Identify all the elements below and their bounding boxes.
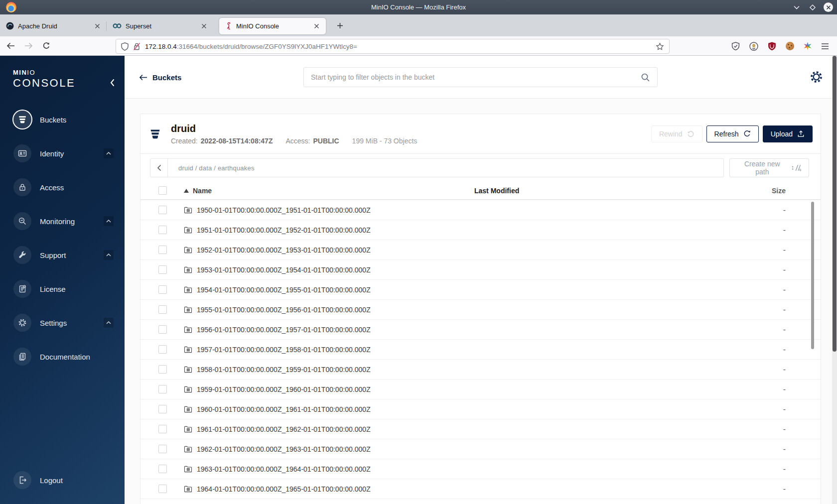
object-row[interactable]: 1956-01-01T00:00:00.000Z_1957-01-01T00:0… [140, 319, 821, 339]
object-row[interactable]: 1960-01-01T00:00:00.000Z_1961-01-01T00:0… [140, 399, 821, 419]
sidebar-item-support[interactable]: Support [0, 238, 125, 272]
window-minimize-button[interactable] [792, 2, 802, 12]
object-name[interactable]: 1961-01-01T00:00:00.000Z_1962-01-01T00:0… [197, 425, 371, 433]
select-all-checkbox[interactable] [158, 186, 167, 195]
object-filter-input[interactable] [311, 73, 641, 81]
object-row[interactable]: 1963-01-01T00:00:00.000Z_1964-01-01T00:0… [140, 459, 821, 479]
breadcrumb[interactable]: druid / data / earthquakes [168, 159, 255, 177]
refresh-button[interactable]: Refresh [706, 126, 759, 142]
row-checkbox[interactable] [158, 365, 167, 374]
object-row[interactable]: 1952-01-01T00:00:00.000Z_1953-01-01T00:0… [140, 240, 821, 259]
ublock-extension-icon[interactable] [768, 42, 776, 51]
column-header-last-modified[interactable]: Last Modified [474, 187, 758, 195]
row-checkbox[interactable] [158, 285, 167, 294]
sort-ascending-icon[interactable] [184, 189, 189, 193]
breadcrumb-back-button[interactable] [150, 159, 168, 177]
object-name[interactable]: 1962-01-01T00:00:00.000Z_1963-01-01T00:0… [197, 445, 371, 453]
object-name[interactable]: 1951-01-01T00:00:00.000Z_1952-01-01T00:0… [197, 226, 371, 234]
object-row[interactable]: 1950-01-01T00:00:00.000Z_1951-01-01T00:0… [140, 200, 821, 220]
object-name[interactable]: 1953-01-01T00:00:00.000Z_1954-01-01T00:0… [197, 266, 371, 274]
tab-apache-druid[interactable]: Apache Druid [0, 18, 107, 34]
avatar-extension-icon[interactable] [749, 42, 758, 51]
object-row[interactable]: 1957-01-01T00:00:00.000Z_1958-01-01T00:0… [140, 339, 821, 359]
colorful-asterisk-extension-icon[interactable] [804, 42, 812, 50]
row-checkbox[interactable] [158, 405, 167, 413]
row-checkbox[interactable] [158, 265, 167, 274]
sidebar-item-documentation[interactable]: Documentation [0, 340, 125, 374]
reload-button[interactable] [39, 38, 54, 53]
row-checkbox[interactable] [158, 325, 167, 334]
bookmark-star-icon[interactable] [656, 42, 664, 51]
object-name[interactable]: 1963-01-01T00:00:00.000Z_1964-01-01T00:0… [197, 465, 371, 473]
row-checkbox[interactable] [158, 206, 167, 214]
window-maximize-button[interactable] [808, 2, 818, 12]
row-checkbox[interactable] [158, 425, 167, 433]
sidebar-item-logout[interactable]: Logout [0, 463, 125, 497]
object-row[interactable]: 1953-01-01T00:00:00.000Z_1954-01-01T00:0… [140, 259, 821, 279]
insecure-lock-icon[interactable] [133, 42, 140, 51]
sidebar-item-settings[interactable]: Settings [0, 306, 125, 340]
column-header-size[interactable]: Size [758, 187, 813, 195]
object-row[interactable]: 1962-01-01T00:00:00.000Z_1963-01-01T00:0… [140, 439, 821, 459]
sidebar-item-license[interactable]: License [0, 272, 125, 306]
object-row[interactable]: 1965-01-01T00:00:00.000Z_1966-01-01T00:0… [140, 499, 821, 504]
object-name[interactable]: 1964-01-01T00:00:00.000Z_1965-01-01T00:0… [197, 485, 371, 493]
tracking-shield-icon[interactable] [121, 42, 129, 51]
rewind-button[interactable]: Rewind [651, 126, 702, 142]
row-checkbox[interactable] [158, 485, 167, 493]
object-name[interactable]: 1959-01-01T00:00:00.000Z_1960-01-01T00:0… [197, 385, 371, 393]
tab-superset[interactable]: Superset [107, 18, 213, 34]
cookie-extension-icon[interactable] [786, 42, 794, 50]
sidebar-item-access[interactable]: Access [0, 170, 125, 204]
object-row[interactable]: 1964-01-01T00:00:00.000Z_1965-01-01T00:0… [140, 479, 821, 499]
row-checkbox[interactable] [158, 445, 167, 453]
object-row[interactable]: 1951-01-01T00:00:00.000Z_1952-01-01T00:0… [140, 220, 821, 240]
column-header-name[interactable]: Name [193, 187, 212, 195]
sidebar-item-monitoring[interactable]: Monitoring [0, 204, 125, 238]
chevron-up-icon[interactable] [104, 250, 114, 260]
tab-close-icon[interactable] [199, 21, 208, 30]
object-row[interactable]: 1958-01-01T00:00:00.000Z_1959-01-01T00:0… [140, 359, 821, 379]
page-scrollbar[interactable] [832, 56, 837, 504]
object-name[interactable]: 1957-01-01T00:00:00.000Z_1958-01-01T00:0… [197, 346, 371, 354]
chevron-up-icon[interactable] [104, 216, 114, 226]
settings-gear-icon[interactable] [810, 70, 823, 84]
sidebar-item-identity[interactable]: Identity [0, 136, 125, 170]
object-name[interactable]: 1950-01-01T00:00:00.000Z_1951-01-01T00:0… [197, 206, 371, 214]
url-bar[interactable]: 172.18.0.4:31664/buckets/druid/browse/ZG… [116, 39, 670, 54]
table-scrollbar-thumb[interactable] [811, 202, 814, 349]
hamburger-menu-icon[interactable] [821, 43, 829, 50]
tab-close-icon[interactable] [312, 21, 321, 30]
object-name[interactable]: 1958-01-01T00:00:00.000Z_1959-01-01T00:0… [197, 366, 371, 374]
object-row[interactable]: 1955-01-01T00:00:00.000Z_1956-01-01T00:0… [140, 299, 821, 319]
row-checkbox[interactable] [158, 465, 167, 473]
upload-button[interactable]: Upload [763, 126, 813, 142]
sidebar-collapse-icon[interactable] [110, 79, 115, 87]
tab-close-icon[interactable] [93, 21, 102, 30]
row-checkbox[interactable] [158, 246, 167, 254]
window-close-button[interactable] [824, 2, 833, 12]
object-name[interactable]: 1955-01-01T00:00:00.000Z_1956-01-01T00:0… [197, 306, 371, 314]
row-checkbox[interactable] [158, 226, 167, 234]
object-name[interactable]: 1954-01-01T00:00:00.000Z_1955-01-01T00:0… [197, 286, 371, 294]
forward-button[interactable] [21, 38, 36, 53]
object-name[interactable]: 1956-01-01T00:00:00.000Z_1957-01-01T00:0… [197, 326, 371, 334]
new-tab-button[interactable] [333, 18, 347, 32]
row-checkbox[interactable] [158, 345, 167, 354]
back-to-buckets-link[interactable]: Buckets [139, 56, 181, 99]
shield-check-extension-icon[interactable] [731, 42, 740, 51]
back-button[interactable] [3, 38, 18, 53]
object-name[interactable]: 1952-01-01T00:00:00.000Z_1953-01-01T00:0… [197, 246, 371, 254]
sidebar-item-buckets[interactable]: Buckets [0, 103, 125, 136]
tab-minio-console[interactable]: MinIO Console [219, 18, 326, 34]
object-row[interactable]: 1961-01-01T00:00:00.000Z_1962-01-01T00:0… [140, 419, 821, 439]
chevron-up-icon[interactable] [104, 148, 114, 158]
row-checkbox[interactable] [158, 385, 167, 393]
object-name[interactable]: 1960-01-01T00:00:00.000Z_1961-01-01T00:0… [197, 405, 371, 413]
object-row[interactable]: 1954-01-01T00:00:00.000Z_1955-01-01T00:0… [140, 279, 821, 299]
create-new-path-button[interactable]: Create new path [729, 158, 809, 177]
page-scrollbar-thumb[interactable] [833, 56, 837, 352]
row-checkbox[interactable] [158, 305, 167, 314]
object-row[interactable]: 1959-01-01T00:00:00.000Z_1960-01-01T00:0… [140, 379, 821, 399]
chevron-up-icon[interactable] [104, 318, 114, 328]
